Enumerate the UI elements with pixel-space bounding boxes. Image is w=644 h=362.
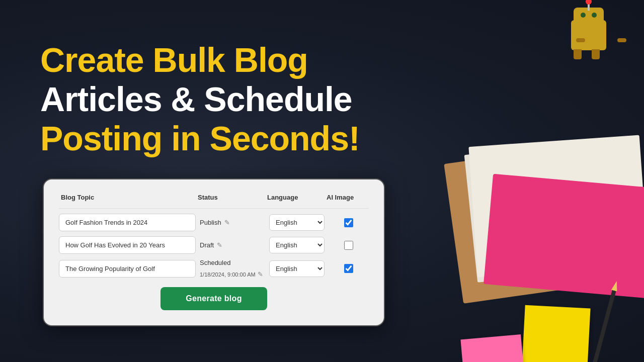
notebooks-illustration xyxy=(413,141,644,342)
language-cell-3[interactable]: English Spanish French German xyxy=(269,260,325,277)
hero-text-block: Create Bulk Blog Articles & Schedule Pos… xyxy=(40,40,360,158)
robot-body xyxy=(571,20,606,50)
robot-illustration xyxy=(558,5,619,65)
col-header-ai-image: AI Image xyxy=(327,194,367,201)
decoration-area xyxy=(392,0,644,362)
hero-line1: Create Bulk Blog xyxy=(40,40,360,79)
pencil xyxy=(587,288,616,362)
table-row: Publish ✎ English Spanish French German xyxy=(59,214,369,231)
col-header-status: Status xyxy=(198,194,263,201)
robot-arm-left xyxy=(576,38,585,42)
robot-eye-right xyxy=(592,13,597,18)
language-select-1[interactable]: English Spanish French German xyxy=(269,214,325,231)
hero-line3-highlight: in Seconds! xyxy=(171,119,359,157)
edit-icon-1[interactable]: ✎ xyxy=(224,219,230,226)
hero-line1-highlight: Bulk Blog xyxy=(153,41,308,79)
robot-antenna-ball xyxy=(586,0,592,5)
table-row: Scheduled 1/18/2024, 9:00:00 AM ✎ Englis… xyxy=(59,259,369,278)
sticky-note-pink xyxy=(460,334,525,362)
hero-line3: Posting in Seconds! xyxy=(40,119,360,158)
ai-image-checkbox-2[interactable] xyxy=(344,241,353,250)
language-cell-1[interactable]: English Spanish French German xyxy=(269,214,325,231)
ai-image-checkbox-3[interactable] xyxy=(344,264,353,273)
status-label-1: Publish xyxy=(200,219,221,226)
scheduled-date-3: 1/18/2024, 9:00:00 AM ✎ xyxy=(200,270,263,278)
edit-icon-3[interactable]: ✎ xyxy=(258,270,263,278)
table-row: Draft ✎ English Spanish French German xyxy=(59,236,369,254)
col-header-topic: Blog Topic xyxy=(61,194,194,201)
status-cell-3: Scheduled 1/18/2024, 9:00:00 AM ✎ xyxy=(200,259,265,278)
table-divider xyxy=(59,208,369,209)
hero-line3-normal: Posting xyxy=(40,119,171,157)
language-cell-2[interactable]: English Spanish French German xyxy=(269,237,325,253)
status-label-3: Scheduled xyxy=(200,259,230,266)
folder-pink xyxy=(484,174,644,299)
language-select-3[interactable]: English Spanish French German xyxy=(269,260,325,277)
ai-image-cell-3[interactable] xyxy=(329,264,369,273)
status-label-2: Draft xyxy=(200,241,214,249)
hero-line2-normal: & Schedule xyxy=(162,80,352,118)
status-cell-2: Draft ✎ xyxy=(200,241,265,249)
edit-icon-2[interactable]: ✎ xyxy=(217,241,222,249)
col-header-language: Language xyxy=(267,194,323,201)
ai-image-checkbox-1[interactable] xyxy=(344,218,353,227)
hero-line1-normal: Create xyxy=(40,41,153,79)
ai-image-cell-2[interactable] xyxy=(329,241,369,250)
robot-leg-right xyxy=(592,49,600,59)
sticky-note-yellow xyxy=(521,305,590,362)
topic-cell-1[interactable] xyxy=(59,214,196,231)
robot-eye-left xyxy=(581,13,586,18)
topic-input-3[interactable] xyxy=(59,260,196,278)
ai-image-cell-1[interactable] xyxy=(329,218,369,227)
topic-input-1[interactable] xyxy=(59,214,196,231)
topic-cell-2[interactable] xyxy=(59,236,196,254)
table-header: Blog Topic Status Language AI Image xyxy=(59,194,369,201)
robot-arm-right xyxy=(617,38,626,42)
date-value-3: 1/18/2024, 9:00:00 AM xyxy=(200,272,256,278)
topic-cell-3[interactable] xyxy=(59,260,196,278)
hero-line2-highlight: Articles xyxy=(40,80,162,118)
status-cell-1: Publish ✎ xyxy=(200,219,265,226)
robot-leg-left xyxy=(574,49,582,59)
topic-input-2[interactable] xyxy=(59,236,196,254)
language-select-2[interactable]: English Spanish French German xyxy=(269,237,325,253)
generate-blog-button[interactable]: Generate blog xyxy=(160,287,267,310)
robot-legs xyxy=(574,49,600,59)
hero-line2: Articles & Schedule xyxy=(40,79,360,119)
blog-generator-panel: Blog Topic Status Language AI Image Publ… xyxy=(43,178,385,326)
